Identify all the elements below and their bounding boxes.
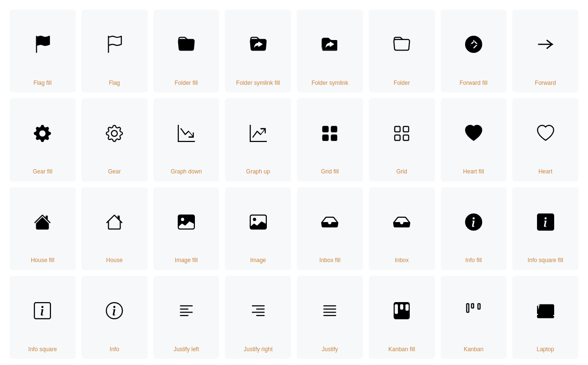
icon-label-folder: Folder xyxy=(394,80,410,87)
icon-label-house-fill: House fill xyxy=(31,257,54,264)
icon-box-folder-symlink-fill xyxy=(228,14,288,75)
icon-cell-kanban[interactable]: Kanban xyxy=(441,276,507,359)
icon-cell-house[interactable]: House xyxy=(81,187,148,270)
icon-box-inbox-fill xyxy=(300,192,360,253)
icon-cell-forward-fill[interactable]: Forward fill xyxy=(441,10,507,92)
icon-box-image-fill xyxy=(156,192,217,253)
icon-cell-gear[interactable]: Gear xyxy=(81,98,148,181)
icon-cell-flag-fill[interactable]: Flag fill xyxy=(10,10,76,92)
icon-label-inbox-fill: Inbox fill xyxy=(319,257,340,264)
icon-label-grid: Grid xyxy=(396,168,407,176)
icon-box-laptop xyxy=(515,281,576,341)
icon-cell-info-fill[interactable]: Info fill xyxy=(441,187,507,270)
icon-cell-grid[interactable]: Grid xyxy=(369,98,435,181)
icon-cell-house-fill[interactable]: House fill xyxy=(10,187,76,270)
icon-label-graph-down: Graph down xyxy=(171,168,202,176)
icon-label-gear-fill: Gear fill xyxy=(33,168,52,176)
icon-cell-laptop[interactable]: Laptop xyxy=(512,276,578,359)
icon-label-image-fill: Image fill xyxy=(175,257,198,264)
icon-cell-image[interactable]: Image xyxy=(225,187,291,270)
icon-label-heart: Heart xyxy=(538,168,552,176)
icon-cell-folder-symlink[interactable]: Folder symlink xyxy=(297,10,363,92)
icon-box-info-square-fill xyxy=(515,192,576,253)
icon-box-graph-down xyxy=(156,103,217,163)
icon-label-info-square: Info square xyxy=(28,346,57,354)
icon-cell-image-fill[interactable]: Image fill xyxy=(153,187,220,270)
icon-label-forward: Forward xyxy=(535,80,556,87)
icon-cell-inbox-fill[interactable]: Inbox fill xyxy=(297,187,363,270)
icon-box-kanban-fill xyxy=(372,281,432,341)
icon-label-inbox: Inbox xyxy=(395,257,408,264)
icon-label-folder-fill: Folder fill xyxy=(175,80,198,87)
icon-box-justify-left xyxy=(156,281,217,341)
icon-cell-info[interactable]: Info xyxy=(81,276,148,359)
icon-cell-gear-fill[interactable]: Gear fill xyxy=(10,98,76,181)
icon-box-graph-up xyxy=(228,103,288,163)
icon-box-gear-fill xyxy=(12,103,73,163)
icon-box-inbox xyxy=(372,192,432,253)
icon-label-flag-fill: Flag fill xyxy=(33,80,51,87)
icon-box-heart xyxy=(515,103,576,163)
icon-box-grid xyxy=(372,103,432,163)
icon-cell-graph-up[interactable]: Graph up xyxy=(225,98,291,181)
icon-box-house-fill xyxy=(12,192,73,253)
icon-box-folder xyxy=(372,14,432,75)
icon-cell-folder[interactable]: Folder xyxy=(369,10,435,92)
icon-label-forward-fill: Forward fill xyxy=(460,80,488,87)
icon-box-justify-right xyxy=(228,281,288,341)
icon-box-forward-fill xyxy=(444,14,504,75)
icon-box-forward xyxy=(515,14,576,75)
icon-box-image xyxy=(228,192,288,253)
icon-cell-folder-fill[interactable]: Folder fill xyxy=(153,10,220,92)
icon-box-info-fill xyxy=(444,192,504,253)
icon-box-folder-fill xyxy=(156,14,217,75)
icon-cell-justify[interactable]: Justify xyxy=(297,276,363,359)
icon-cell-flag[interactable]: Flag xyxy=(81,10,148,92)
icon-cell-justify-right[interactable]: Justify right xyxy=(225,276,291,359)
icon-label-laptop: Laptop xyxy=(537,346,554,354)
icon-label-folder-symlink: Folder symlink xyxy=(312,80,348,87)
icon-cell-heart-fill[interactable]: Heart fill xyxy=(441,98,507,181)
icon-cell-kanban-fill[interactable]: Kanban fill xyxy=(369,276,435,359)
icon-label-heart-fill: Heart fill xyxy=(463,168,484,176)
icon-label-graph-up: Graph up xyxy=(246,168,270,176)
icon-label-info-square-fill: Info square fill xyxy=(527,257,563,264)
icon-label-kanban-fill: Kanban fill xyxy=(388,346,415,354)
icon-label-justify-right: Justify right xyxy=(243,346,273,354)
icon-label-image: Image xyxy=(250,257,266,264)
icon-cell-folder-symlink-fill[interactable]: Folder symlink fill xyxy=(225,10,291,92)
icon-label-flag: Flag xyxy=(109,80,120,87)
icon-cell-grid-fill[interactable]: Grid fill xyxy=(297,98,363,181)
icon-box-house xyxy=(84,192,145,253)
icon-box-kanban xyxy=(444,281,504,341)
icon-label-grid-fill: Grid fill xyxy=(321,168,339,176)
icon-label-info-fill: Info fill xyxy=(466,257,482,264)
icon-label-folder-symlink-fill: Folder symlink fill xyxy=(236,80,280,87)
icon-box-justify xyxy=(300,281,360,341)
icon-label-justify: Justify xyxy=(322,346,338,354)
icon-label-kanban: Kanban xyxy=(464,346,483,354)
icon-box-flag xyxy=(84,14,145,75)
icon-box-gear xyxy=(84,103,145,163)
icon-cell-forward[interactable]: Forward xyxy=(512,10,578,92)
icon-box-info-square xyxy=(12,281,73,341)
icon-box-heart-fill xyxy=(444,103,504,163)
icon-cell-info-square[interactable]: Info square xyxy=(10,276,76,359)
icon-label-justify-left: Justify left xyxy=(173,346,199,354)
icon-cell-justify-left[interactable]: Justify left xyxy=(153,276,220,359)
icon-cell-inbox[interactable]: Inbox xyxy=(369,187,435,270)
icon-cell-info-square-fill[interactable]: Info square fill xyxy=(512,187,578,270)
icon-label-house: House xyxy=(106,257,123,264)
icon-grid: Flag fill Flag Folder fill Folder symlin… xyxy=(10,10,578,365)
icon-cell-heart[interactable]: Heart xyxy=(512,98,578,181)
icon-box-flag-fill xyxy=(12,14,73,75)
icon-box-folder-symlink xyxy=(300,14,360,75)
icon-box-info xyxy=(84,281,145,341)
icon-label-gear: Gear xyxy=(108,168,121,176)
icon-label-info: Info xyxy=(110,346,119,354)
icon-cell-graph-down[interactable]: Graph down xyxy=(153,98,220,181)
icon-box-grid-fill xyxy=(300,103,360,163)
